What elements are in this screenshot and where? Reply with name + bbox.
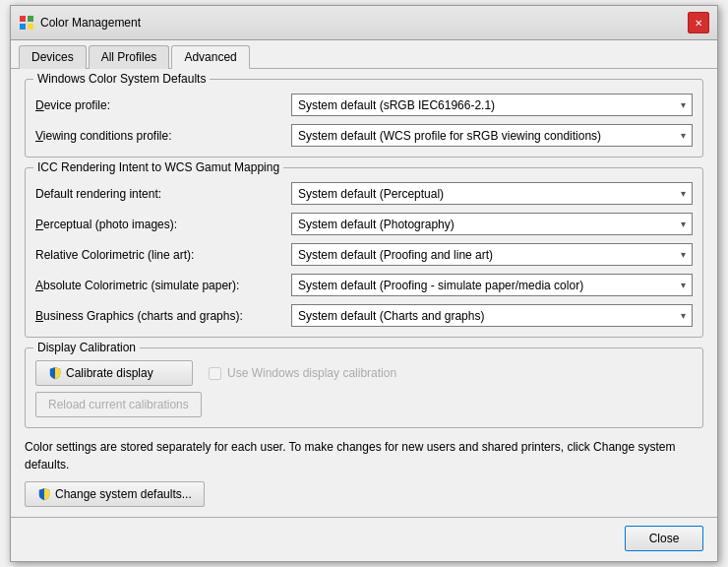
business-graphics-arrow: ▾ [681, 310, 686, 321]
window-close-button[interactable]: ✕ [688, 12, 709, 33]
device-profile-value: System default (sRGB IEC61966-2.1) [298, 98, 495, 112]
perceptual-dropdown[interactable]: System default (Photography) ▾ [291, 213, 693, 235]
use-windows-calibration-checkbox[interactable] [209, 367, 221, 380]
icc-rendering-group: ICC Rendering Intent to WCS Gamut Mappin… [25, 167, 703, 338]
viewing-conditions-row: Viewing conditions profile: System defau… [35, 124, 693, 147]
viewing-conditions-label: Viewing conditions profile: [35, 129, 291, 143]
reload-button-label: Reload current calibrations [48, 398, 189, 411]
perceptual-arrow: ▾ [681, 219, 686, 229]
device-profile-arrow: ▾ [681, 99, 686, 110]
relative-colorimetric-value: System default (Proofing and line art) [298, 248, 493, 262]
perceptual-label: Perceptual (photo images): [35, 218, 291, 231]
color-management-dialog: Color Management ✕ Devices All Profiles … [10, 5, 718, 562]
business-graphics-value: System default (Charts and graphs) [298, 309, 484, 323]
device-profile-dropdown[interactable]: System default (sRGB IEC61966-2.1) ▾ [291, 94, 693, 116]
business-graphics-row: Business Graphics (charts and graphs): S… [35, 304, 693, 327]
display-cal-content: Calibrate display Use Windows display ca… [35, 360, 693, 417]
default-rendering-dropdown[interactable]: System default (Perceptual) ▾ [291, 182, 693, 205]
display-calibration-group: Display Calibration Calibrate display Us… [25, 347, 703, 428]
absolute-colorimetric-label: Absolute Colorimetric (simulate paper): [35, 279, 291, 292]
absolute-colorimetric-dropdown[interactable]: System default (Proofing - simulate pape… [291, 274, 693, 296]
perceptual-value: System default (Photography) [298, 218, 455, 231]
default-rendering-row: Default rendering intent: System default… [35, 182, 693, 205]
calibration-buttons-row: Calibrate display Use Windows display ca… [35, 360, 693, 386]
use-windows-calibration-label: Use Windows display calibration [227, 366, 396, 380]
shield-icon [48, 366, 62, 380]
reload-row: Reload current calibrations [35, 392, 693, 417]
default-rendering-value: System default (Perceptual) [298, 187, 444, 201]
info-text: Color settings are stored separately for… [25, 438, 703, 507]
device-profile-row: Device profile: System default (sRGB IEC… [35, 94, 693, 116]
shield-icon-defaults [37, 487, 51, 501]
title-bar: Color Management ✕ [11, 6, 717, 40]
svg-rect-3 [28, 24, 33, 30]
title-bar-left: Color Management [19, 15, 141, 31]
absolute-colorimetric-row: Absolute Colorimetric (simulate paper): … [35, 274, 693, 296]
tab-devices[interactable]: Devices [19, 45, 87, 69]
relative-colorimetric-label: Relative Colorimetric (line art): [35, 248, 291, 262]
reload-calibrations-button[interactable]: Reload current calibrations [35, 392, 202, 417]
absolute-colorimetric-value: System default (Proofing - simulate pape… [298, 279, 583, 292]
relative-colorimetric-dropdown[interactable]: System default (Proofing and line art) ▾ [291, 243, 693, 266]
svg-rect-0 [20, 16, 26, 22]
svg-rect-1 [28, 16, 33, 22]
calibrate-button-label: Calibrate display [66, 366, 153, 380]
relative-colorimetric-arrow: ▾ [681, 249, 686, 260]
business-graphics-label: Business Graphics (charts and graphs): [35, 309, 291, 323]
use-windows-calibration-row: Use Windows display calibration [209, 366, 396, 380]
default-rendering-arrow: ▾ [681, 188, 686, 199]
change-system-defaults-button[interactable]: Change system defaults... [25, 481, 205, 507]
change-defaults-label: Change system defaults... [55, 487, 192, 501]
viewing-conditions-value: System default (WCS profile for sRGB vie… [298, 129, 601, 143]
tabs-bar: Devices All Profiles Advanced [11, 40, 717, 69]
viewing-conditions-arrow: ▾ [681, 130, 686, 141]
info-paragraph: Color settings are stored separately for… [25, 438, 703, 473]
default-rendering-label: Default rendering intent: [35, 187, 291, 201]
business-graphics-dropdown[interactable]: System default (Charts and graphs) ▾ [291, 304, 693, 327]
svg-rect-2 [20, 24, 26, 30]
app-icon [19, 15, 34, 31]
windows-color-system-group: Windows Color System Defaults Device pro… [25, 79, 703, 158]
perceptual-row: Perceptual (photo images): System defaul… [35, 213, 693, 235]
main-content: Windows Color System Defaults Device pro… [11, 69, 717, 517]
device-profile-label: Device profile: [35, 98, 291, 112]
viewing-conditions-dropdown[interactable]: System default (WCS profile for sRGB vie… [291, 124, 693, 147]
relative-colorimetric-row: Relative Colorimetric (line art): System… [35, 243, 693, 266]
display-calibration-label: Display Calibration [33, 341, 140, 354]
windows-color-system-label: Windows Color System Defaults [33, 72, 210, 86]
tab-advanced[interactable]: Advanced [171, 45, 249, 69]
tab-all-profiles[interactable]: All Profiles [89, 45, 170, 69]
calibrate-display-button[interactable]: Calibrate display [35, 360, 193, 386]
absolute-colorimetric-arrow: ▾ [681, 280, 686, 290]
dialog-footer: Close [11, 517, 717, 561]
close-button[interactable]: Close [625, 526, 703, 551]
dialog-title: Color Management [40, 16, 141, 30]
icc-rendering-label: ICC Rendering Intent to WCS Gamut Mappin… [33, 160, 283, 174]
